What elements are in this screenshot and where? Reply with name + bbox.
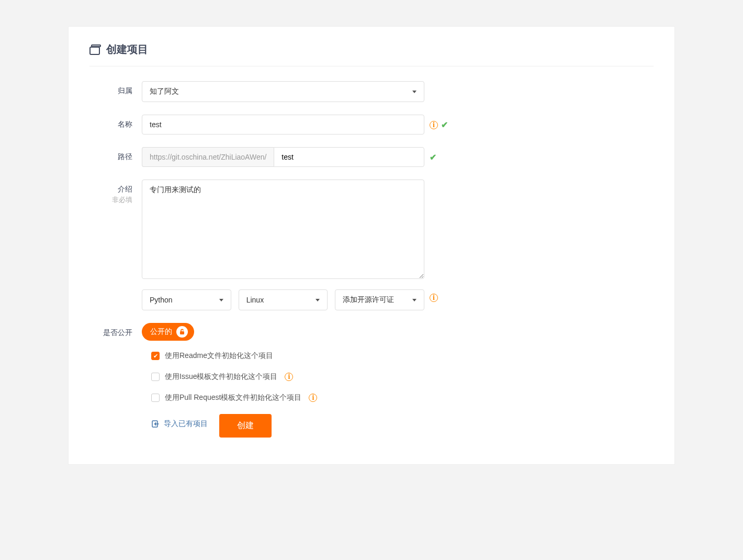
- name-input[interactable]: [142, 115, 424, 135]
- check-icon: [441, 120, 448, 130]
- import-icon: [151, 420, 160, 428]
- issue-checkbox-label: 使用Issue模板文件初始化这个项目: [165, 372, 277, 382]
- page-title: 创建项目: [106, 42, 148, 57]
- projects-icon: [89, 44, 101, 55]
- label-intro: 介绍: [89, 185, 132, 194]
- language-select[interactable]: Python: [142, 289, 231, 310]
- label-path: 路径: [118, 152, 132, 161]
- svg-rect-1: [92, 45, 100, 47]
- license-select-value: 添加开源许可证: [343, 295, 394, 305]
- create-project-card: 创建项目 归属 知了阿文 名称 路径: [68, 26, 675, 465]
- license-select[interactable]: 添加开源许可证: [335, 289, 424, 310]
- chevron-down-icon: [316, 299, 320, 301]
- label-name: 名称: [118, 120, 132, 128]
- check-icon: [430, 152, 436, 162]
- info-icon[interactable]: [430, 294, 438, 302]
- intro-textarea[interactable]: [142, 180, 424, 279]
- readme-checkbox-label: 使用Readme文件初始化这个项目: [165, 351, 273, 361]
- language-select-value: Python: [150, 296, 173, 304]
- visibility-toggle[interactable]: 公开的: [142, 323, 194, 341]
- label-intro-sub: 非必填: [89, 195, 132, 205]
- info-icon[interactable]: [285, 373, 293, 381]
- owner-select[interactable]: 知了阿文: [142, 81, 424, 102]
- card-header: 创建项目: [89, 42, 654, 66]
- gitignore-select[interactable]: Linux: [239, 289, 328, 310]
- pr-checkbox[interactable]: [151, 394, 160, 402]
- import-project-label: 导入已有项目: [164, 419, 208, 429]
- issue-checkbox[interactable]: [151, 373, 160, 381]
- create-button[interactable]: 创建: [219, 414, 272, 438]
- svg-rect-2: [180, 331, 184, 334]
- info-icon[interactable]: [309, 394, 317, 402]
- visibility-toggle-label: 公开的: [150, 327, 172, 337]
- gitignore-select-value: Linux: [246, 296, 264, 304]
- label-owner: 归属: [118, 86, 132, 95]
- label-visibility: 是否公开: [103, 328, 132, 337]
- import-project-link[interactable]: 导入已有项目: [151, 419, 208, 429]
- path-prefix: https://git.oschina.net/ZhiLiaoAWen/: [142, 147, 274, 167]
- chevron-down-icon: [219, 299, 223, 301]
- svg-rect-0: [90, 47, 99, 54]
- unlock-icon: [176, 326, 188, 338]
- owner-select-value: 知了阿文: [150, 87, 179, 96]
- readme-checkbox[interactable]: [151, 352, 160, 360]
- chevron-down-icon: [412, 299, 416, 301]
- info-icon[interactable]: [430, 121, 438, 129]
- path-input[interactable]: [274, 147, 424, 167]
- pr-checkbox-label: 使用Pull Request模板文件初始化这个项目: [165, 393, 301, 402]
- chevron-down-icon: [412, 91, 416, 93]
